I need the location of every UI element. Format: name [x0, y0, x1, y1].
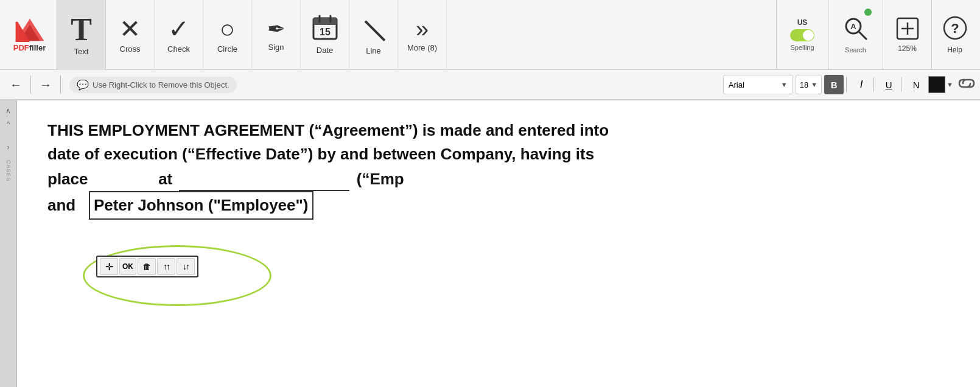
toolbar-second: ← → 💬 Use Right-Click to Remove this Obj… — [0, 70, 980, 100]
search-label: Search — [845, 46, 866, 54]
svg-text:?: ? — [951, 21, 959, 36]
normal-button[interactable]: N — [906, 75, 926, 94]
doc-line3-at — [97, 170, 154, 188]
logo-icon — [15, 18, 45, 42]
underline-blank — [179, 166, 349, 191]
spelling-text: Spelling — [790, 44, 814, 51]
hint-text: Use Right-Click to Remove this Object. — [93, 80, 229, 89]
line-label: Line — [366, 46, 381, 55]
sign-label: Sign — [268, 43, 284, 52]
side-panel: ∧ ^ › CASES — [0, 100, 17, 387]
employee-text: Peter Johnson ("Employee") — [94, 196, 309, 214]
line-icon: | — [360, 16, 387, 42]
bold-button[interactable]: B — [824, 75, 844, 94]
side-right-arrow[interactable]: › — [6, 142, 11, 153]
tool-circle[interactable]: ○ Circle — [203, 0, 252, 70]
help-label: Help — [947, 46, 962, 54]
tool-text[interactable]: T Text — [57, 0, 106, 70]
document-text: THIS EMPLOYMENT AGREEMENT (“Agreement”) … — [47, 119, 956, 220]
doc-line3-end: (“Emp — [357, 170, 404, 188]
side-up-arrow-2[interactable]: ^ — [5, 119, 12, 130]
circle-label: Circle — [217, 44, 237, 54]
color-arrow-icon[interactable]: ▼ — [947, 81, 953, 88]
tool-date[interactable]: 15 Date — [301, 0, 349, 70]
check-icon: ✓ — [168, 16, 189, 42]
doc-line3-at-word: at — [158, 170, 172, 188]
text-label: Text — [74, 47, 89, 56]
side-up-arrow-1[interactable]: ∧ — [4, 105, 12, 116]
sign-icon: ✒ — [267, 18, 285, 40]
toolbar-top: PDFfiller T Text ✕ Cross ✓ Check ○ Circl… — [0, 0, 980, 70]
toolbar-right: US Spelling A Search — [776, 0, 978, 70]
help-icon: ? — [943, 16, 967, 46]
doc-line-3: place at (“Emp — [47, 166, 956, 191]
move-icon: ✛ — [105, 261, 113, 273]
side-label: CASES — [5, 160, 12, 182]
font-size-selector[interactable]: 18 ▼ — [796, 75, 822, 94]
size-arrow-icon: ▼ — [811, 81, 817, 88]
divider-5 — [901, 77, 901, 92]
doc-line-1: THIS EMPLOYMENT AGREEMENT (“Agreement”) … — [47, 119, 956, 142]
font-size-value: 18 — [800, 80, 808, 89]
delete-button[interactable]: 🗑 — [138, 258, 156, 275]
logo[interactable]: PDFfiller — [2, 0, 57, 70]
spelling-label: US — [797, 18, 808, 27]
date-icon: 15 — [312, 15, 338, 43]
link-button[interactable] — [958, 78, 975, 92]
divider-4 — [873, 77, 874, 92]
svg-text:15: 15 — [320, 27, 331, 37]
tool-sign[interactable]: ✒ Sign — [252, 0, 301, 70]
divider-2 — [60, 75, 61, 94]
bubble-icon: 💬 — [77, 79, 89, 91]
color-swatch[interactable] — [928, 76, 945, 93]
font-name: Arial — [729, 80, 777, 89]
hint-bubble[interactable]: 💬 Use Right-Click to Remove this Object. — [69, 77, 237, 93]
divider-3 — [846, 77, 847, 92]
move-button[interactable]: ✛ — [100, 258, 118, 275]
text-box-employee[interactable]: Peter Johnson ("Employee") — [89, 191, 313, 220]
underline-button[interactable]: U — [879, 75, 898, 94]
zoom-tool[interactable]: 125% — [883, 0, 932, 70]
spelling-tool[interactable]: US Spelling — [777, 0, 828, 70]
divider-1 — [30, 75, 31, 94]
tool-cross[interactable]: ✕ Cross — [106, 0, 155, 70]
help-tool[interactable]: ? Help — [932, 0, 978, 70]
text-icon: T — [71, 14, 92, 46]
tool-more[interactable]: » More (8) — [398, 0, 447, 70]
more-icon: » — [416, 18, 429, 41]
delete-icon: 🗑 — [142, 262, 151, 271]
doc-line-4: and Peter Johnson ("Employee") — [47, 191, 956, 220]
zoom-icon — [896, 17, 919, 44]
doc-line-2: date of execution (“Effective Date”) by … — [47, 142, 956, 166]
tool-check[interactable]: ✓ Check — [155, 0, 203, 70]
search-tool[interactable]: A Search — [828, 0, 883, 70]
svg-text:A: A — [850, 22, 856, 31]
document-area: ∧ ^ › CASES THIS EMPLOYMENT AGREEMENT (“… — [0, 100, 980, 387]
date-label: Date — [317, 46, 333, 55]
more-label: More (8) — [407, 43, 437, 52]
document-page: THIS EMPLOYMENT AGREEMENT (“Agreement”) … — [17, 100, 980, 387]
font-selector[interactable]: Arial ▼ — [723, 75, 793, 94]
doc-line4-prefix: and — [47, 196, 75, 214]
float-toolbar: ✛ OK 🗑 ↑↑ ↓↑ — [96, 256, 198, 277]
doc-line3-prefix: plac — [47, 170, 79, 188]
spelling-toggle[interactable] — [790, 29, 814, 41]
undo-button[interactable]: ← — [5, 75, 27, 94]
zoom-label: 125% — [898, 44, 917, 53]
doc-line3-mid: e — [79, 170, 88, 188]
check-label: Check — [167, 44, 190, 54]
move-down-button[interactable]: ↓↑ — [177, 258, 195, 275]
logo-label: PDFfiller — [13, 43, 46, 52]
down-icon: ↓↑ — [183, 262, 189, 271]
ok-label: OK — [122, 262, 133, 271]
up-icon: ↑↑ — [163, 262, 169, 271]
ok-button[interactable]: OK — [119, 258, 136, 275]
tool-line[interactable]: | Line — [349, 0, 398, 70]
cross-icon: ✕ — [119, 16, 141, 42]
redo-button[interactable]: → — [35, 75, 57, 94]
toggle-thumb — [803, 30, 814, 41]
cross-label: Cross — [120, 44, 141, 54]
circle-icon: ○ — [220, 16, 235, 42]
italic-button[interactable]: I — [852, 75, 871, 94]
move-up-button[interactable]: ↑↑ — [157, 258, 175, 275]
